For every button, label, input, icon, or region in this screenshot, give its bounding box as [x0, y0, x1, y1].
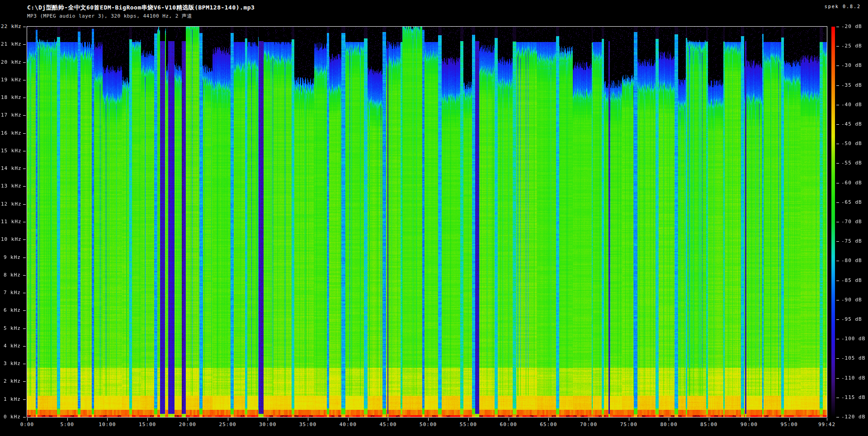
freq-tick-mark: [23, 27, 26, 27]
time-tick-label: 10:00: [94, 422, 121, 427]
time-tick-label: 25:00: [214, 422, 241, 427]
file-format-info: MP3 (MPEG audio layer 3), 320 kbps, 4410…: [27, 13, 192, 19]
freq-tick-mark: [23, 186, 26, 187]
freq-tick-label: 11 kHz: [1, 219, 21, 225]
freq-tick-label: 6 kHz: [1, 308, 21, 313]
time-tick-mark: [749, 418, 750, 421]
db-tick-label: -115 dB: [841, 395, 865, 400]
db-tick-mark: [836, 144, 839, 144]
db-tick-label: -80 dB: [841, 258, 862, 263]
db-tick-label: -85 dB: [841, 278, 862, 283]
freq-tick-label: 8 kHz: [1, 272, 21, 278]
time-tick-mark: [388, 418, 388, 421]
time-tick-mark: [669, 418, 669, 421]
time-tick-mark: [468, 418, 469, 421]
freq-tick-label: 1 kHz: [1, 397, 21, 402]
time-tick-mark: [789, 418, 790, 421]
freq-tick-mark: [23, 364, 26, 364]
time-tick-mark: [67, 418, 68, 421]
db-tick-label: -30 dB: [841, 63, 862, 68]
db-tick-label: -65 dB: [841, 200, 862, 205]
time-tick-label: 85:00: [695, 422, 722, 427]
time-tick-label: 35:00: [294, 422, 321, 427]
freq-tick-mark: [23, 44, 26, 45]
freq-tick-mark: [23, 293, 26, 293]
db-tick-mark: [836, 85, 839, 86]
freq-tick-label: 17 kHz: [1, 113, 21, 118]
freq-tick-label: 5 kHz: [1, 326, 21, 331]
db-tick-mark: [836, 163, 839, 164]
time-tick-label: 5:00: [54, 422, 81, 427]
time-tick-label: 45:00: [374, 422, 401, 427]
db-tick-label: -95 dB: [841, 317, 862, 322]
time-tick-label: 65:00: [535, 422, 562, 427]
time-tick-label: 0:00: [14, 422, 41, 427]
freq-tick-mark: [23, 381, 26, 382]
freq-tick-label: 4 kHz: [1, 343, 21, 349]
time-tick-label: 70:00: [575, 422, 602, 427]
freq-tick-label: 7 kHz: [1, 290, 21, 295]
time-tick-label: 80:00: [655, 422, 682, 427]
db-tick-mark: [836, 105, 839, 105]
time-tick-label: 90:00: [736, 422, 763, 427]
db-tick-label: -110 dB: [841, 375, 865, 381]
freq-tick-mark: [23, 80, 26, 80]
time-tick-mark: [188, 418, 188, 421]
time-tick-mark: [827, 418, 827, 421]
db-tick-mark: [836, 46, 839, 47]
db-tick-label: -45 dB: [841, 122, 862, 127]
db-tick-label: -70 dB: [841, 219, 862, 225]
db-tick-mark: [836, 281, 839, 281]
db-tick-label: -55 dB: [841, 160, 862, 166]
freq-tick-mark: [23, 115, 26, 116]
freq-tick-mark: [23, 151, 26, 151]
time-tick-mark: [228, 418, 228, 421]
time-tick-mark: [509, 418, 509, 421]
time-tick-mark: [147, 418, 148, 421]
freq-tick-label: 15 kHz: [1, 148, 21, 154]
time-tick-mark: [107, 418, 108, 421]
db-tick-mark: [836, 319, 839, 320]
db-tick-mark: [836, 398, 839, 398]
db-tick-mark: [836, 339, 839, 339]
db-tick-label: -75 dB: [841, 239, 862, 244]
db-tick-mark: [836, 222, 839, 222]
freq-tick-label: 3 kHz: [1, 361, 21, 366]
db-tick-label: -105 dB: [841, 356, 865, 361]
freq-tick-mark: [23, 310, 26, 311]
freq-tick-mark: [23, 346, 26, 347]
db-tick-label: -120 dB: [841, 414, 865, 420]
db-tick-mark: [836, 241, 839, 242]
freq-tick-mark: [23, 328, 26, 329]
freq-tick-label: 21 kHz: [1, 42, 21, 47]
db-tick-label: -100 dB: [841, 336, 865, 342]
db-tick-label: -35 dB: [841, 83, 862, 88]
db-tick-label: -90 dB: [841, 297, 862, 303]
freq-tick-label: 22 kHz: [1, 24, 21, 29]
db-tick-label: -50 dB: [841, 141, 862, 146]
time-tick-mark: [629, 418, 629, 421]
db-tick-label: -60 dB: [841, 180, 862, 186]
freq-tick-label: 2 kHz: [1, 379, 21, 384]
time-tick-label: 99:42: [813, 422, 840, 427]
db-tick-mark: [836, 358, 839, 359]
freq-tick-label: 20 kHz: [1, 60, 21, 65]
db-tick-label: -40 dB: [841, 102, 862, 108]
db-tick-mark: [836, 261, 839, 261]
freq-tick-label: 16 kHz: [1, 131, 21, 136]
freq-tick-mark: [23, 275, 26, 276]
db-tick-label: -25 dB: [841, 43, 862, 49]
freq-tick-label: 18 kHz: [1, 95, 21, 100]
freq-tick-label: 10 kHz: [1, 237, 21, 242]
time-tick-mark: [268, 418, 268, 421]
freq-tick-mark: [23, 258, 26, 258]
time-tick-mark: [348, 418, 349, 421]
time-tick-label: 75:00: [615, 422, 642, 427]
spectrogram-canvas: [27, 27, 827, 417]
legend-colorbar: [831, 27, 835, 417]
freq-tick-label: 13 kHz: [1, 183, 21, 189]
time-tick-mark: [27, 418, 28, 421]
freq-tick-mark: [23, 399, 26, 400]
db-tick-mark: [836, 183, 839, 183]
db-tick-label: -20 dB: [841, 24, 862, 29]
